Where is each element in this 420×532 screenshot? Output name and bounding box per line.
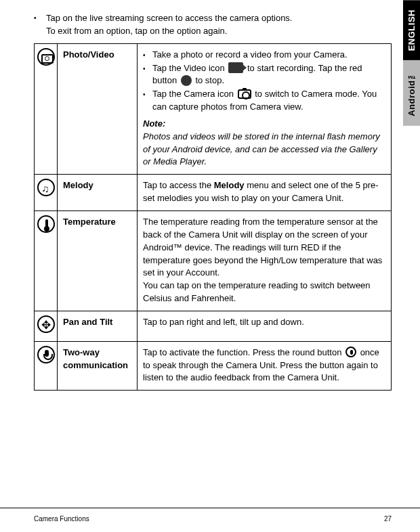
bullet-text: Tap the Camera icon to switch to Camera …	[152, 88, 385, 114]
desc-cell: Tap to activate the function. Press the …	[138, 341, 392, 391]
page-content: • Tap on the live streaming screen to ac…	[0, 0, 420, 391]
footer-page-number: 27	[384, 515, 392, 523]
record-button-icon	[181, 75, 192, 86]
mic-button-icon	[345, 347, 356, 357]
row-photo-video: Photo/Video • Take a photo or record a v…	[35, 43, 392, 175]
desc-cell: • Take a photo or record a video from yo…	[138, 43, 392, 175]
note-body: Photos and videos will be stored in the …	[143, 131, 385, 169]
bullet-marker: •	[143, 88, 152, 114]
text-frag: Tap the Video icon	[152, 63, 227, 73]
intro-line1: Tap on the live streaming screen to acce…	[46, 13, 292, 23]
footer-section: Camera Functions	[34, 515, 89, 523]
text-frag: Tap to activate the function. Press the …	[143, 347, 344, 357]
row-temperature: Temperature The temperature reading from…	[35, 210, 392, 311]
options-table: Photo/Video • Take a photo or record a v…	[34, 43, 392, 391]
desc-cell: Tap to pan right and left, tilt up and d…	[138, 311, 392, 341]
page-footer: Camera Functions 27	[0, 508, 420, 532]
melody-icon	[37, 179, 55, 196]
row-pan-tilt: Pan and Tilt Tap to pan right and left, …	[35, 311, 392, 341]
text-frag: to stop.	[193, 75, 224, 85]
row-two-way: Two-way communication Tap to activate th…	[35, 341, 392, 391]
icon-cell	[35, 43, 58, 175]
text-para: The temperature reading from the tempera…	[143, 217, 382, 278]
icon-cell	[35, 341, 58, 391]
intro-line2: To exit from an option, tap on the optio…	[46, 26, 227, 36]
text-para: You can tap on the temperature reading t…	[143, 280, 371, 303]
side-tabs: ENGLISH Android™	[403, 0, 420, 126]
desc-cell: Tap to access the Melody menu and select…	[138, 175, 392, 211]
label-cell: Temperature	[58, 210, 138, 311]
icon-cell	[35, 311, 58, 341]
intro-text: Tap on the live streaming screen to acce…	[46, 12, 292, 38]
text-bold: Melody	[214, 180, 245, 190]
row-melody: Melody Tap to access the Melody menu and…	[35, 175, 392, 211]
bullet-text: Take a photo or record a video from your…	[152, 49, 385, 62]
label-cell: Two-way communication	[58, 341, 138, 391]
thermometer-icon	[37, 215, 55, 233]
video-icon	[228, 62, 243, 73]
bullet-marker: •	[143, 49, 152, 62]
pan-tilt-icon	[37, 315, 55, 333]
sub-bullet: • Tap the Video icon to start recording.…	[143, 62, 385, 88]
tab-android: Android™	[403, 60, 420, 126]
bullet-marker: •	[34, 12, 46, 38]
label-cell: Photo/Video	[58, 43, 138, 175]
bullet-text: Tap the Video icon to start recording. T…	[152, 62, 385, 88]
microphone-icon	[37, 346, 55, 363]
intro-bullet: • Tap on the live streaming screen to ac…	[34, 12, 392, 38]
desc-cell: The temperature reading from the tempera…	[138, 210, 392, 311]
label-cell: Melody	[58, 175, 138, 211]
sub-bullet: • Take a photo or record a video from yo…	[143, 49, 385, 62]
camera-icon	[37, 48, 55, 66]
text-frag: Tap to access the	[143, 180, 214, 190]
camera-icon	[238, 89, 251, 99]
tab-english: ENGLISH	[403, 0, 420, 60]
label-cell: Pan and Tilt	[58, 311, 138, 341]
sub-bullet: • Tap the Camera icon to switch to Camer…	[143, 88, 385, 114]
bullet-marker: •	[143, 62, 152, 88]
icon-cell	[35, 175, 58, 211]
icon-cell	[35, 210, 58, 311]
note-heading: Note:	[143, 118, 385, 131]
text-frag: Tap the Camera icon	[152, 89, 236, 99]
